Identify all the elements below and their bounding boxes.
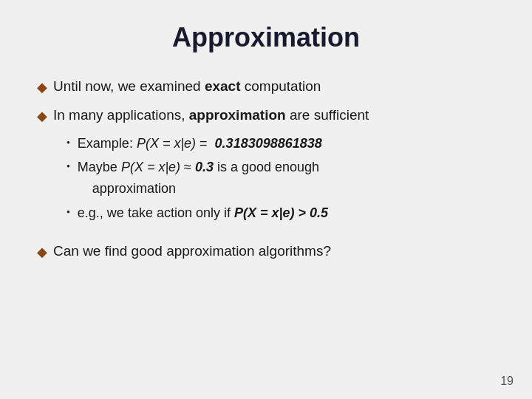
bullet-can: ◆ Can we find good approximation algorit… [37,240,495,263]
page-number: 19 [500,375,514,388]
sub-bullet-example: ● Example: P(X = x|e) = 0.3183098861838 [66,133,495,154]
sub-bullet-icon-example: ● [66,138,70,148]
bullet-text-until: Until now, we examined exact computation [53,75,321,98]
sub-bullet-text-example: Example: P(X = x|e) = 0.3183098861838 [78,133,322,154]
sub-bullet-text-eg: e.g., we take action only if P(X = x|e) … [78,202,328,224]
bullet-icon-until: ◆ [37,77,47,98]
sub-bullets-container: ● Example: P(X = x|e) = 0.3183098861838 … [66,133,495,224]
sub-bullet-icon-maybe: ● [66,162,70,171]
bullet-text-can: Can we find good approximation algorithm… [53,240,331,262]
bullet-in: ◆ In many applications, approximation ar… [37,104,495,127]
slide-content: ◆ Until now, we examined exact computati… [37,75,495,263]
bullet-icon-can: ◆ [37,242,47,263]
slide-title: Approximation [37,22,495,53]
slide: Approximation ◆ Until now, we examined e… [0,0,532,399]
bullet-until: ◆ Until now, we examined exact computati… [37,75,495,98]
sub-bullet-maybe: ● Maybe P(X = x|e) ≈ 0.3 is a good enoug… [66,157,495,200]
sub-bullet-text-maybe: Maybe P(X = x|e) ≈ 0.3 is a good enough … [78,157,319,200]
bullet-icon-in: ◆ [37,106,47,127]
sub-bullet-icon-eg: ● [66,208,70,217]
bullet-text-in: In many applications, approximation are … [53,104,369,126]
sub-bullet-eg: ● e.g., we take action only if P(X = x|e… [66,202,495,224]
